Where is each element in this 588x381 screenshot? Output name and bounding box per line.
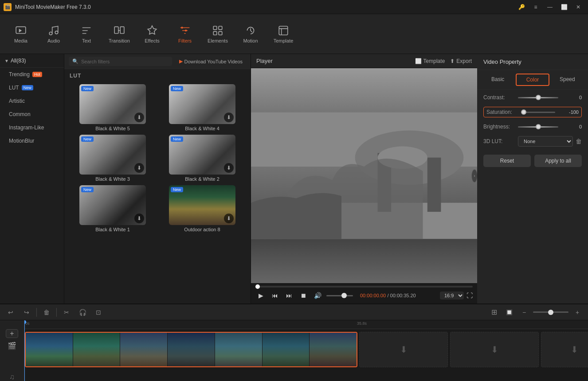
export-button[interactable]: ⬆ Export — [450, 58, 472, 64]
zoom-minus-button[interactable]: − — [518, 306, 530, 319]
undo-button[interactable]: ↩ — [4, 306, 17, 319]
property-content: Contrast: 0 Saturation: -100 Brightness: — [477, 90, 588, 151]
contrast-value: 0 — [562, 95, 582, 100]
sidebar-item-common[interactable]: Common — [0, 108, 64, 121]
player-title: Player — [256, 58, 273, 64]
lut-row: 3D LUT: None 🗑 — [483, 136, 582, 147]
filter-thumb-bw4: New ⬇ — [169, 84, 235, 124]
add-track-button[interactable]: + — [6, 329, 18, 338]
app-icon: 🎬 — [4, 3, 12, 11]
brightness-slider[interactable] — [518, 126, 558, 128]
download-bw3[interactable]: ⬇ — [134, 163, 144, 173]
download-bw1[interactable]: ⬇ — [134, 214, 144, 223]
menu-button[interactable]: ≡ — [529, 2, 542, 12]
common-label: Common — [9, 111, 31, 117]
key-button[interactable]: 🔑 — [515, 2, 528, 12]
toolbar-elements[interactable]: Elements — [202, 19, 233, 50]
filter-panel: 🔍 Search filters ▶ Download YouTube Vide… — [64, 54, 251, 303]
prev-button[interactable]: ⏮ — [270, 290, 280, 301]
search-filters-label: Search filters — [81, 59, 110, 64]
sidebar-item-trending[interactable]: Trending Hot — [0, 68, 64, 81]
filter-item-outdoor8[interactable]: New ⬇ Outdoor action 8 — [159, 185, 245, 232]
brightness-slider-wrap — [518, 126, 558, 128]
zoom-slider[interactable] — [533, 311, 568, 313]
sidebar-item-lut[interactable]: LUT New — [0, 81, 64, 94]
toolbar-motion[interactable]: Motion — [235, 19, 266, 50]
toolbar-audio-label: Audio — [47, 38, 60, 43]
fullscreen-button[interactable]: ⛶ — [466, 292, 473, 299]
minimize-button[interactable]: — — [544, 2, 556, 12]
template-button[interactable]: ⬜ Template — [415, 58, 445, 64]
controls-row: ▶ ⏮ ⏭ ⏹ 🔊 00:00:00.00 / 00:00:35.20 16:9… — [255, 290, 473, 301]
filter-item-bw5[interactable]: New ⬇ Black & White 5 — [70, 84, 156, 131]
template-icon: ⬜ — [415, 58, 422, 64]
toolbar-transition[interactable]: Transition — [104, 19, 135, 50]
crop-button[interactable]: ⊡ — [92, 306, 105, 319]
cut-button[interactable]: ✂ — [60, 306, 73, 319]
video-clip[interactable] — [25, 332, 357, 367]
filter-item-bw1[interactable]: New ⬇ Black & White 1 — [70, 185, 156, 232]
zoom-fit-button[interactable]: 🔲 — [503, 306, 515, 319]
sidebar-item-motionblur[interactable]: MotionBlur — [0, 134, 64, 148]
hot-badge: Hot — [32, 72, 42, 77]
zoom-out-icon[interactable]: ⊞ — [488, 306, 500, 319]
time-current: 00:00:00.00 / 00:00:35.20 — [360, 292, 416, 299]
redo-button[interactable]: ↪ — [20, 306, 33, 319]
svg-rect-3 — [114, 27, 118, 33]
maximize-button[interactable]: ⬜ — [558, 2, 570, 12]
delete-button[interactable]: 🗑 — [40, 306, 53, 319]
panel-collapse-arrow[interactable]: › — [471, 169, 477, 183]
lut-delete-button[interactable]: 🗑 — [576, 138, 582, 145]
svg-rect-9 — [213, 31, 217, 35]
download-bw4[interactable]: ⬇ — [224, 113, 234, 122]
tab-basic[interactable]: Basic — [482, 74, 514, 86]
toolbar-sep-2 — [56, 308, 57, 317]
svg-point-6 — [185, 29, 187, 31]
all-filters-header[interactable]: ▼ All(83) — [0, 54, 64, 68]
play-button[interactable]: ▶ — [255, 290, 266, 301]
tab-color[interactable]: Color — [516, 74, 549, 86]
toolbar-filters[interactable]: Filters — [169, 19, 200, 50]
player-video: › — [251, 68, 477, 283]
toolbar-media[interactable]: Media — [5, 19, 36, 50]
download-youtube-label: Download YouTube Videos — [184, 59, 243, 64]
lut-select-wrap: None 🗑 — [518, 136, 582, 147]
filter-name-bw3: Black & White 3 — [95, 176, 130, 182]
tab-speed[interactable]: Speed — [551, 74, 584, 86]
close-button[interactable]: ✕ — [572, 2, 584, 12]
app-title: MiniTool MovieMaker Free 7.3.0 — [15, 4, 512, 10]
filter-item-bw3[interactable]: New ⬇ Black & White 3 — [70, 135, 156, 182]
download-bw2[interactable]: ⬇ — [224, 163, 234, 173]
download-youtube-button[interactable]: ▶ Download YouTube Videos — [176, 57, 247, 66]
audio-icon — [48, 25, 59, 36]
stop-button[interactable]: ⏹ — [298, 290, 309, 301]
brightness-row: Brightness: 0 — [483, 124, 582, 130]
search-filters-box[interactable]: 🔍 Search filters — [69, 57, 172, 66]
toolbar-audio[interactable]: Audio — [38, 19, 69, 50]
filter-item-bw4[interactable]: New ⬇ Black & White 4 — [159, 84, 245, 131]
download-outdoor8[interactable]: ⬇ — [224, 214, 234, 223]
lut-select[interactable]: None — [518, 136, 573, 147]
sidebar-item-artistic[interactable]: Artistic — [0, 94, 64, 108]
download-bw5[interactable]: ⬇ — [134, 113, 144, 122]
saturation-slider[interactable] — [521, 112, 555, 113]
filter-item-bw2[interactable]: New ⬇ Black & White 2 — [159, 135, 245, 182]
audio-detach-button[interactable]: 🎧 — [76, 306, 89, 319]
svg-rect-7 — [213, 26, 217, 30]
progress-bar[interactable] — [255, 286, 473, 288]
elements-icon — [212, 25, 223, 36]
toolbar-effects[interactable]: Effects — [137, 19, 168, 50]
sidebar-item-instagram[interactable]: Instagram-Like — [0, 121, 64, 134]
filters-icon — [179, 25, 191, 36]
volume-button[interactable]: 🔊 — [312, 290, 323, 301]
reset-button[interactable]: Reset — [483, 155, 531, 167]
aspect-ratio-select[interactable]: 16:9 4:3 9:16 — [440, 292, 464, 299]
svg-point-5 — [181, 27, 183, 28]
apply-to-all-button[interactable]: Apply to all — [534, 155, 582, 167]
toolbar-template[interactable]: Template — [268, 19, 299, 50]
toolbar-text[interactable]: Text — [71, 19, 102, 50]
zoom-plus-button[interactable]: + — [571, 306, 584, 319]
contrast-slider[interactable] — [518, 97, 558, 98]
next-button[interactable]: ⏭ — [284, 290, 294, 301]
volume-slider[interactable] — [326, 295, 353, 296]
